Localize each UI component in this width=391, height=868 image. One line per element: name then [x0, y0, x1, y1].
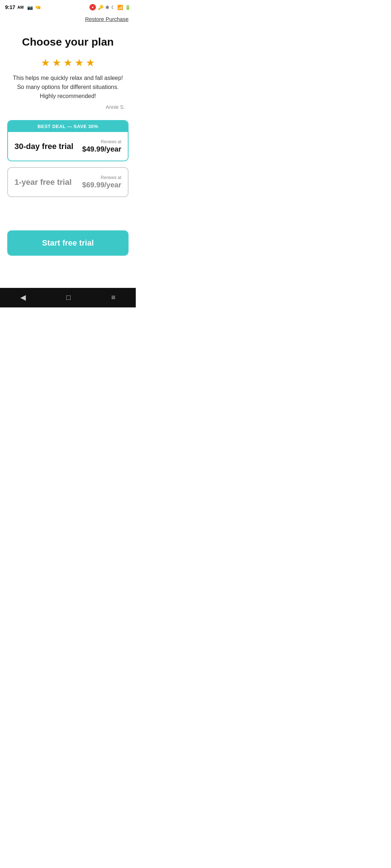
- recording-icon: ●: [89, 4, 96, 10]
- content-area: Choose your plan ★ ★ ★ ★ ★ This helps me…: [0, 25, 136, 288]
- status-time-area: 9:17 AM 📷 🤜: [5, 4, 41, 10]
- review-text: This helps me quickly relax and fall asl…: [7, 74, 129, 101]
- renews-label-30day: Renews at: [82, 139, 121, 144]
- star-5: ★: [86, 57, 95, 69]
- wifi-icon: 📶: [117, 5, 123, 10]
- plan-price-30day: $49.99/year: [82, 145, 121, 153]
- renews-label-1year: Renews at: [82, 175, 121, 180]
- star-2: ★: [52, 57, 61, 69]
- page-title: Choose your plan: [22, 36, 114, 48]
- star-4: ★: [75, 57, 84, 69]
- ampm-display: AM: [17, 5, 24, 9]
- plan-card-30day[interactable]: BEST DEAL — SAVE 30% 30-day free trial R…: [7, 120, 129, 161]
- key-icon: 🔑: [98, 5, 104, 10]
- star-1: ★: [41, 57, 50, 69]
- start-trial-button[interactable]: Start free trial: [7, 230, 129, 256]
- plan-body-1year: 1-year free trial Renews at $69.99/year: [8, 168, 128, 196]
- menu-nav-icon[interactable]: ≡: [111, 293, 115, 302]
- stars-row: ★ ★ ★ ★ ★: [41, 57, 95, 69]
- main-content: Choose your plan ★ ★ ★ ★ ★ This helps me…: [0, 25, 136, 209]
- star-3: ★: [63, 57, 72, 69]
- plans-container: BEST DEAL — SAVE 30% 30-day free trial R…: [7, 120, 129, 197]
- plan-price-block-1year: Renews at $69.99/year: [82, 175, 121, 189]
- plan-price-1year: $69.99/year: [82, 181, 121, 189]
- plan-name-1year: 1-year free trial: [14, 178, 72, 187]
- plan-card-1year[interactable]: 1-year free trial Renews at $69.99/year: [7, 167, 129, 197]
- video-icon: 📷: [27, 5, 33, 10]
- reviewer-name: Annie S.: [7, 104, 129, 110]
- plan-price-block-30day: Renews at $49.99/year: [82, 139, 121, 153]
- battery-icon: 🔋: [125, 5, 131, 10]
- gesture-icon: 🤜: [35, 5, 41, 10]
- plan-badge-30day: BEST DEAL — SAVE 30%: [8, 121, 128, 132]
- restore-purchase-link[interactable]: Restore Purchase: [85, 16, 129, 22]
- status-icons: ● 🔑 ✻ ☾ 📶 🔋: [89, 4, 131, 10]
- home-nav-icon[interactable]: □: [66, 293, 71, 302]
- plan-name-30day: 30-day free trial: [14, 142, 73, 151]
- bottom-section: Start free trial: [0, 230, 136, 263]
- nav-bar: ◀ □ ≡: [0, 288, 136, 307]
- status-bar: 9:17 AM 📷 🤜 ● 🔑 ✻ ☾ 📶 🔋: [0, 0, 136, 13]
- page-header: Restore Purchase: [0, 13, 136, 25]
- bluetooth-icon: ✻: [105, 5, 109, 10]
- full-page: 9:17 AM 📷 🤜 ● 🔑 ✻ ☾ 📶 🔋 Restore Purchase…: [0, 0, 136, 307]
- time-display: 9:17: [5, 4, 15, 10]
- back-nav-icon[interactable]: ◀: [20, 293, 26, 302]
- spacer: [0, 209, 136, 230]
- plan-body-30day: 30-day free trial Renews at $49.99/year: [8, 132, 128, 161]
- moon-icon: ☾: [111, 5, 115, 10]
